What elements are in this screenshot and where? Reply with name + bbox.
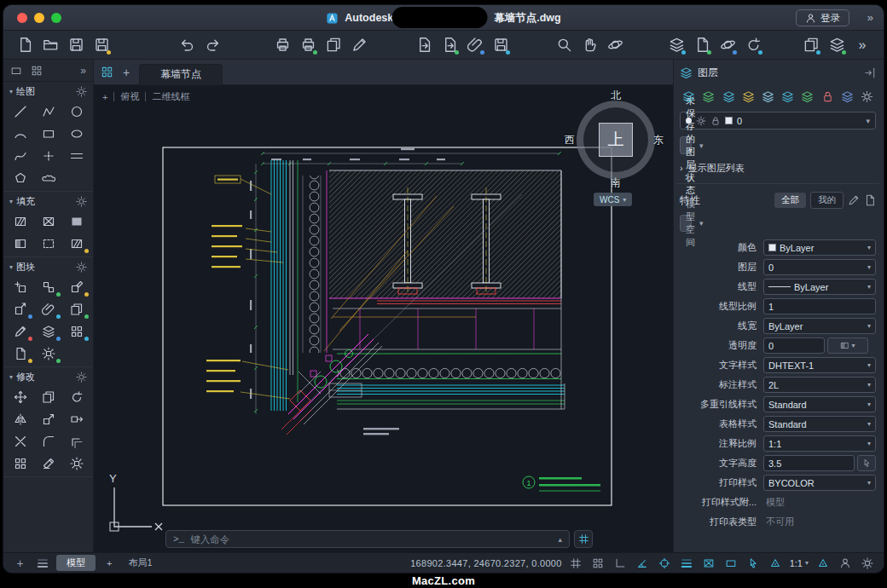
erase-tool[interactable] bbox=[34, 453, 62, 475]
explode-block-tool[interactable] bbox=[34, 343, 62, 365]
plot-style-dropdown[interactable]: BYCOLOR▾ bbox=[763, 475, 876, 491]
selection-cycling-toggle[interactable] bbox=[723, 555, 739, 571]
snap-toggle[interactable] bbox=[590, 555, 606, 571]
undo-button[interactable] bbox=[176, 34, 198, 56]
edit-button[interactable] bbox=[348, 34, 370, 56]
fillet-tool[interactable] bbox=[34, 430, 62, 453]
circle-tool[interactable] bbox=[62, 101, 90, 123]
view-compass[interactable]: 北 南 西 东 上 WCS ▾ bbox=[563, 85, 669, 211]
write-block-tool[interactable] bbox=[6, 298, 34, 320]
annotation-scale-dropdown[interactable]: 1:1▾ bbox=[763, 435, 876, 452]
rotate-tool[interactable] bbox=[62, 386, 90, 408]
wcs-dropdown[interactable]: WCS ▾ bbox=[594, 193, 632, 206]
annotation-scale-button[interactable]: 1:1 ▾ bbox=[790, 558, 809, 568]
viewport-visual-style-menu[interactable]: 二维线框 bbox=[152, 90, 189, 103]
spline-tool[interactable] bbox=[6, 145, 34, 167]
chevron-down-icon[interactable]: ▾ bbox=[9, 263, 13, 271]
chevron-down-icon[interactable]: ▾ bbox=[9, 373, 13, 381]
compass-north[interactable]: 北 bbox=[563, 89, 669, 103]
property-sheet-icon[interactable] bbox=[864, 194, 876, 206]
layer-freeze-button[interactable] bbox=[739, 87, 757, 106]
line-tool[interactable] bbox=[6, 101, 34, 123]
polyline-tool[interactable] bbox=[34, 101, 62, 123]
add-layout-tab-button[interactable]: + bbox=[101, 556, 117, 570]
move-tool[interactable] bbox=[6, 386, 34, 408]
layer-state-dropdown[interactable]: 未保存的图层状态 ▾ bbox=[680, 136, 692, 154]
titlebar-overflow-icon[interactable]: » bbox=[867, 11, 873, 24]
zoom-tool-button[interactable] bbox=[553, 34, 575, 56]
copy-block-tool[interactable] bbox=[62, 298, 90, 320]
palette-overflow-icon[interactable]: » bbox=[80, 65, 86, 77]
layer-state-button[interactable] bbox=[699, 87, 717, 106]
dock-panel-icon[interactable] bbox=[863, 66, 876, 79]
table-style-dropdown[interactable]: Standard▾ bbox=[763, 416, 876, 432]
new-file-button[interactable] bbox=[14, 34, 36, 56]
command-history-toggle[interactable]: ▴ bbox=[558, 535, 562, 544]
mleader-style-dropdown[interactable]: Standard▾ bbox=[763, 396, 876, 412]
scale-tool[interactable] bbox=[34, 408, 62, 430]
settings-gear-icon[interactable] bbox=[859, 555, 875, 571]
layer-match-button[interactable] bbox=[779, 87, 797, 106]
trim-tool[interactable] bbox=[6, 430, 34, 453]
pan-tool-button[interactable] bbox=[578, 34, 600, 56]
crosshatch-tool[interactable] bbox=[34, 210, 62, 233]
layer-lock-button[interactable] bbox=[818, 87, 836, 106]
gear-icon[interactable] bbox=[76, 372, 87, 383]
save-as-button[interactable] bbox=[90, 34, 113, 56]
new-layer-button[interactable] bbox=[680, 87, 698, 106]
construction-line-tool[interactable] bbox=[62, 145, 90, 167]
linetype-scale-input[interactable] bbox=[763, 298, 876, 314]
chevron-down-icon[interactable]: ▾ bbox=[9, 198, 13, 205]
gear-icon[interactable] bbox=[76, 86, 87, 97]
polar-tracking-toggle[interactable] bbox=[635, 555, 651, 571]
model-tab[interactable]: 模型 bbox=[56, 555, 96, 571]
rectangle-tool[interactable] bbox=[34, 123, 62, 145]
drawing-canvas[interactable]: + 俯视 二维线框 bbox=[94, 85, 673, 552]
add-layout-button[interactable]: + bbox=[12, 555, 28, 571]
block-array-tool[interactable] bbox=[62, 320, 90, 343]
zoom-button[interactable] bbox=[51, 13, 61, 23]
create-block-tool[interactable] bbox=[34, 276, 62, 298]
gear-icon[interactable] bbox=[76, 262, 87, 273]
annotation-visibility-toggle[interactable] bbox=[768, 555, 784, 571]
layer-merge-button[interactable] bbox=[838, 87, 856, 106]
gear-icon[interactable] bbox=[76, 196, 87, 207]
auto-scale-toggle[interactable] bbox=[815, 555, 831, 571]
compass-south[interactable]: 南 bbox=[563, 176, 669, 190]
layer-isolate-button[interactable] bbox=[719, 87, 737, 106]
open-file-button[interactable] bbox=[39, 34, 61, 56]
array-tool[interactable] bbox=[6, 453, 34, 475]
mirror-tool[interactable] bbox=[6, 408, 34, 430]
hatch-tool[interactable] bbox=[6, 210, 34, 233]
viewport-add-button[interactable]: + bbox=[102, 92, 107, 102]
attach-xref-tool[interactable] bbox=[34, 298, 62, 320]
dim-style-dropdown[interactable]: 2L▾ bbox=[763, 377, 876, 393]
color-dropdown[interactable]: ByLayer▾ bbox=[763, 239, 876, 256]
block-definition-tool[interactable] bbox=[6, 343, 34, 365]
layout1-tab[interactable]: 布局1 bbox=[123, 555, 157, 571]
edit-block-tool[interactable] bbox=[62, 276, 90, 298]
compass-up-face[interactable]: 上 bbox=[599, 123, 633, 157]
layer-dropdown[interactable]: 0▾ bbox=[763, 259, 876, 275]
lineweight-toggle[interactable] bbox=[679, 555, 695, 571]
edit-properties-icon[interactable] bbox=[848, 194, 860, 206]
space-dropdown[interactable]: 模型空间 ▾ bbox=[680, 215, 692, 232]
gradient-tool[interactable] bbox=[6, 233, 34, 255]
view-switcher-icon[interactable] bbox=[101, 66, 113, 78]
toolbar-overflow-icon[interactable]: » bbox=[851, 34, 873, 56]
stretch-tool[interactable] bbox=[62, 408, 90, 430]
save-button[interactable] bbox=[65, 34, 87, 56]
title-bar[interactable]: Autodesk 幕墙节点.dwg 登录 » bbox=[3, 5, 884, 31]
lineweight-dropdown[interactable]: ByLayer▾ bbox=[763, 318, 876, 334]
hatch-edit-tool[interactable] bbox=[62, 233, 90, 255]
clipboard-tools-button[interactable] bbox=[800, 34, 822, 56]
object-snap-toggle[interactable] bbox=[657, 555, 673, 571]
login-button[interactable]: 登录 bbox=[796, 9, 849, 26]
arc-tool[interactable] bbox=[6, 123, 34, 145]
attach-reference-button[interactable] bbox=[464, 34, 486, 56]
text-height-input[interactable] bbox=[763, 455, 855, 471]
command-line[interactable]: >_ ▴ bbox=[165, 530, 570, 548]
export-button[interactable] bbox=[413, 34, 435, 56]
batch-save-button[interactable] bbox=[490, 34, 512, 56]
transparency-toggle[interactable] bbox=[701, 555, 717, 571]
